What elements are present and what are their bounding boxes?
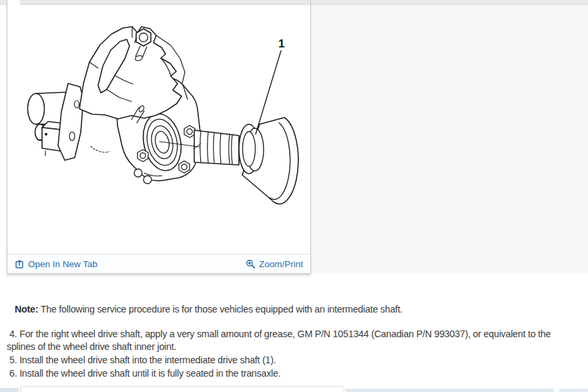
open-in-new-tab-link[interactable]: Open In New Tab — [15, 259, 97, 269]
procedure-step-6: 6. Install the wheel drive shaft until i… — [7, 367, 581, 381]
top-scroll-strip-gap — [7, 0, 20, 5]
zoom-in-icon — [246, 259, 256, 269]
page-background-tint — [312, 5, 588, 274]
procedure-step-5: 5. Install the wheel drive shaft into th… — [7, 354, 581, 367]
top-scroll-strip — [0, 0, 588, 5]
figure-panel-border — [310, 0, 311, 274]
figure-panel-border — [7, 0, 7, 274]
note-paragraph: Note: The following service procedure is… — [15, 303, 581, 317]
procedure-step-4: 4. For the right wheel drive shaft, appl… — [7, 328, 581, 354]
bottom-corner-block — [0, 388, 19, 392]
note-label: Note: — [15, 304, 38, 315]
drive-shaft-diagram: 1 — [7, 5, 310, 253]
open-in-new-tab-icon — [15, 259, 25, 269]
open-in-new-tab-label: Open In New Tab — [28, 259, 97, 269]
callout-1-label: 1 — [278, 37, 284, 50]
bottom-partial-input[interactable] — [20, 386, 344, 392]
figure-toolbar: Open In New Tab Zoom/Print — [7, 254, 310, 273]
bottom-bar-segment — [559, 389, 588, 392]
zoom-print-link[interactable]: Zoom/Print — [246, 259, 303, 269]
zoom-print-label: Zoom/Print — [259, 259, 303, 269]
procedure-text: Note: The following service procedure is… — [7, 303, 581, 381]
bottom-bar-segment — [346, 389, 554, 392]
figure-panel-border — [7, 273, 311, 274]
figure-panel: 1 Open In New Tab Zoom/Print — [7, 0, 311, 274]
note-text: The following service procedure is for t… — [38, 304, 402, 315]
